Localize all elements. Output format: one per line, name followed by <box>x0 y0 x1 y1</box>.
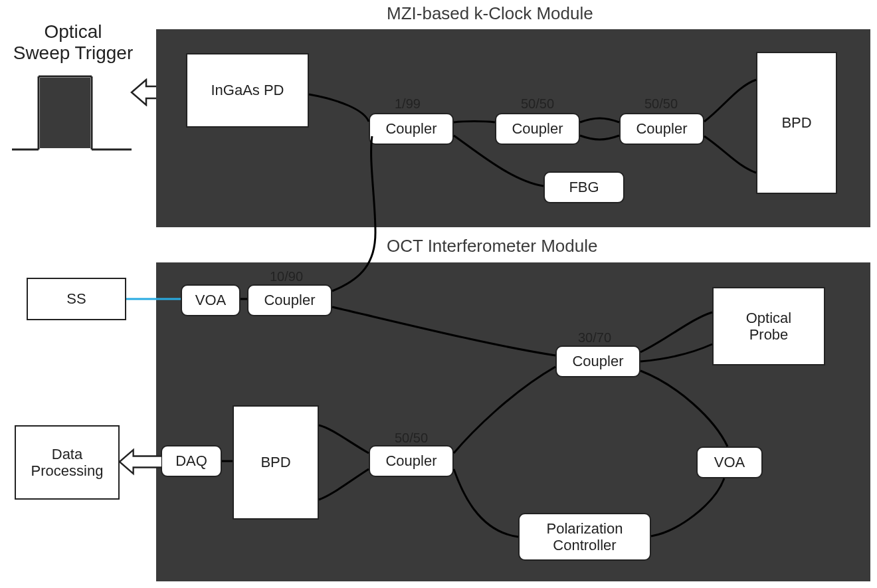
svg-rect-5 <box>40 78 90 148</box>
ingaas-pd-box: InGaAs PD <box>186 53 309 128</box>
sweep-trigger-label: Optical Sweep Trigger <box>8 21 138 64</box>
coupler2-ratio: 50/50 <box>521 96 554 112</box>
optical-probe-box: Optical Probe <box>712 287 825 365</box>
arrow-left-icon <box>118 448 162 476</box>
coupler-b-ratio: 50/50 <box>395 431 428 446</box>
data-processing-box: Data Processing <box>15 425 120 500</box>
coupler-c-ratio: 30/70 <box>578 330 611 345</box>
oct-bpd-box: BPD <box>233 405 319 520</box>
kclock-title: MZI-based k-Clock Module <box>387 3 593 24</box>
coupler-c-box: Coupler <box>555 345 640 377</box>
trigger-pulse-icon <box>12 70 132 156</box>
voa2-box: VOA <box>696 446 763 478</box>
coupler-a-ratio: 10/90 <box>270 269 303 284</box>
kclock-bpd-box: BPD <box>756 52 837 194</box>
coupler1-box: Coupler <box>369 113 454 145</box>
coupler-b-box: Coupler <box>369 445 454 477</box>
ss-box: SS <box>27 278 126 320</box>
coupler-a-box: Coupler <box>247 284 332 316</box>
fbg-box: FBG <box>543 171 625 203</box>
daq-box: DAQ <box>161 445 222 477</box>
coupler2-box: Coupler <box>495 113 580 145</box>
coupler3-ratio: 50/50 <box>644 96 678 112</box>
voa1-box: VOA <box>181 284 241 316</box>
coupler1-ratio: 1/99 <box>395 96 421 112</box>
oct-title: OCT Interferometer Module <box>387 236 597 256</box>
coupler3-box: Coupler <box>619 113 704 145</box>
polarization-controller-box: Polarization Controller <box>518 513 651 561</box>
